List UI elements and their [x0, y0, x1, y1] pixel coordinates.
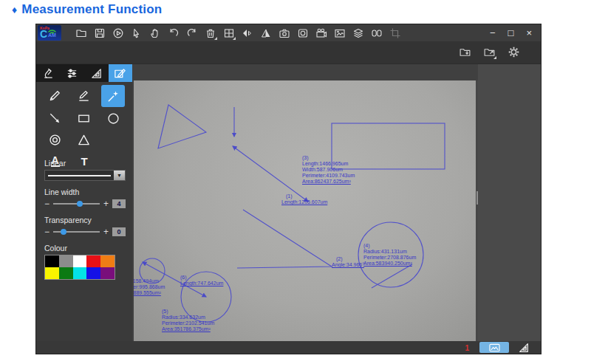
- measurement-label-7-clipped[interactable]: Radius:158.494um Perimeter:995.868um Are…: [134, 278, 165, 296]
- tool-magic-wand[interactable]: [101, 85, 125, 107]
- picture-preview-button[interactable]: [333, 27, 346, 39]
- measurement-label-3[interactable]: (3) Length:1466.965um Width:587.906um Pe…: [302, 155, 355, 185]
- compare-view-button[interactable]: [370, 27, 383, 39]
- tool-marker[interactable]: [72, 85, 96, 106]
- line-width-minus-button[interactable]: −: [44, 200, 49, 207]
- image-counter: 1: [465, 344, 469, 352]
- transparency-label: Transparency: [44, 216, 126, 224]
- line-width-thumb[interactable]: [77, 201, 83, 207]
- layers-icon: [352, 27, 364, 39]
- logo-am-text: AM: [48, 32, 56, 38]
- grid-button[interactable]: [222, 27, 235, 39]
- annotate-edit-icon: [114, 67, 126, 80]
- undo-button[interactable]: [167, 27, 180, 39]
- line-width-plus-button[interactable]: +: [103, 200, 109, 207]
- save-button[interactable]: [93, 27, 106, 39]
- delete-button[interactable]: [204, 27, 216, 39]
- measurement-overlay[interactable]: [134, 80, 476, 343]
- measurement-label-1[interactable]: (1) Length:1205.607um: [281, 193, 327, 205]
- colour-swatch-3[interactable]: [86, 255, 100, 267]
- line-width-slider[interactable]: [53, 203, 100, 205]
- import-button[interactable]: [459, 46, 471, 58]
- tool-pencil[interactable]: [44, 85, 67, 106]
- mirror-vertical-button[interactable]: [259, 27, 272, 39]
- sidebar: A T Linear ▼ Line width − + 4 Transparen…: [36, 64, 132, 341]
- select-button[interactable]: [130, 27, 143, 39]
- picture-preview-icon: [334, 27, 346, 39]
- mirror-horizontal-icon: [242, 27, 253, 39]
- measure-view-button[interactable]: [516, 342, 532, 354]
- tool-concentric-circles[interactable]: [44, 129, 67, 150]
- play-button[interactable]: [112, 27, 124, 39]
- transparency-slider[interactable]: [53, 231, 100, 233]
- snapshot-button[interactable]: [296, 27, 309, 39]
- app-logo: KoPa C AM: [38, 25, 61, 41]
- transparency-plus-button[interactable]: +: [103, 228, 109, 236]
- redo-icon: [186, 27, 198, 39]
- measurement-label-5[interactable]: (5) Radius:334.632um Perimeter:2102.541u…: [162, 309, 214, 332]
- close-button[interactable]: ×: [526, 28, 532, 38]
- maximize-button[interactable]: □: [508, 28, 514, 38]
- capture-photo-icon: [279, 27, 290, 39]
- shape-triangle[interactable]: [158, 105, 206, 148]
- ellipse-icon: [106, 111, 120, 126]
- tab-measure[interactable]: [84, 64, 109, 82]
- redo-button[interactable]: [185, 27, 198, 39]
- measure-angle-2[interactable]: [237, 210, 332, 268]
- tool-spacer: [101, 129, 125, 150]
- colour-swatch-2[interactable]: [73, 255, 87, 267]
- colour-swatch-8[interactable]: [86, 267, 100, 279]
- linear-label: Linear: [44, 159, 126, 168]
- tab-camera-source[interactable]: [36, 64, 61, 82]
- tool-triangle[interactable]: [72, 129, 96, 150]
- mirror-horizontal-button[interactable]: [241, 27, 253, 39]
- minimize-button[interactable]: −: [490, 28, 496, 38]
- capture-photo-button[interactable]: [278, 27, 290, 39]
- transparency-row: − + 0: [44, 227, 126, 237]
- specimen-image[interactable]: (3) Length:1466.965um Width:587.906um Pe…: [134, 80, 476, 343]
- transparency-minus-button[interactable]: −: [44, 228, 49, 236]
- colour-swatch-7[interactable]: [73, 267, 87, 279]
- tool-arrow-line[interactable]: [44, 108, 67, 128]
- measurement-label-6[interactable]: (6) Length:747.642um: [180, 275, 223, 286]
- select-cursor-icon: [131, 27, 143, 39]
- adjust-sliders-icon: [66, 67, 78, 80]
- tool-ellipse[interactable]: [101, 108, 125, 128]
- measurement-label-2[interactable]: (2) Angle:34.966°: [332, 256, 364, 268]
- play-icon: [112, 27, 124, 39]
- tool-rectangle[interactable]: [72, 108, 96, 128]
- radius-line-4[interactable]: [372, 264, 412, 288]
- tab-image-adjust[interactable]: [61, 64, 85, 82]
- colour-swatch-6[interactable]: [59, 267, 73, 279]
- colour-swatch-1[interactable]: [59, 255, 73, 267]
- marker-icon: [77, 89, 91, 103]
- colour-swatch-4[interactable]: [100, 255, 115, 267]
- pan-button[interactable]: [148, 27, 161, 39]
- chevron-down-icon[interactable]: ▼: [114, 171, 125, 180]
- colour-swatch-9[interactable]: [100, 267, 115, 279]
- page-title-text: Measurement Function: [21, 2, 162, 16]
- dropdown-corner-mark: [233, 37, 236, 40]
- transparency-value: 0: [112, 227, 126, 236]
- import-folder-icon: [459, 46, 471, 58]
- colour-swatches: [44, 255, 115, 280]
- transparency-thumb[interactable]: [61, 229, 66, 235]
- sidebar-tabs: [36, 64, 132, 82]
- colour-swatch-5[interactable]: [45, 267, 59, 279]
- rectangle-icon: [77, 111, 91, 126]
- open-button[interactable]: [75, 27, 87, 39]
- compare-view-icon: [371, 27, 383, 39]
- gallery-view-button[interactable]: [479, 342, 509, 353]
- image-icon: [489, 343, 500, 352]
- measurement-label-4[interactable]: (4) Radius:431.131um Perimeter:2708.876u…: [363, 243, 416, 267]
- record-video-button[interactable]: [315, 27, 327, 39]
- tab-annotate[interactable]: [109, 64, 133, 82]
- export-button[interactable]: [483, 46, 496, 58]
- crop-button: [389, 27, 401, 39]
- layers-button[interactable]: [352, 27, 364, 39]
- linear-style-dropdown[interactable]: ▼: [44, 170, 126, 181]
- pan-hand-icon: [149, 27, 161, 39]
- colour-swatch-0[interactable]: [45, 255, 59, 267]
- settings-button[interactable]: [508, 46, 520, 58]
- setsquare-icon: [90, 67, 103, 80]
